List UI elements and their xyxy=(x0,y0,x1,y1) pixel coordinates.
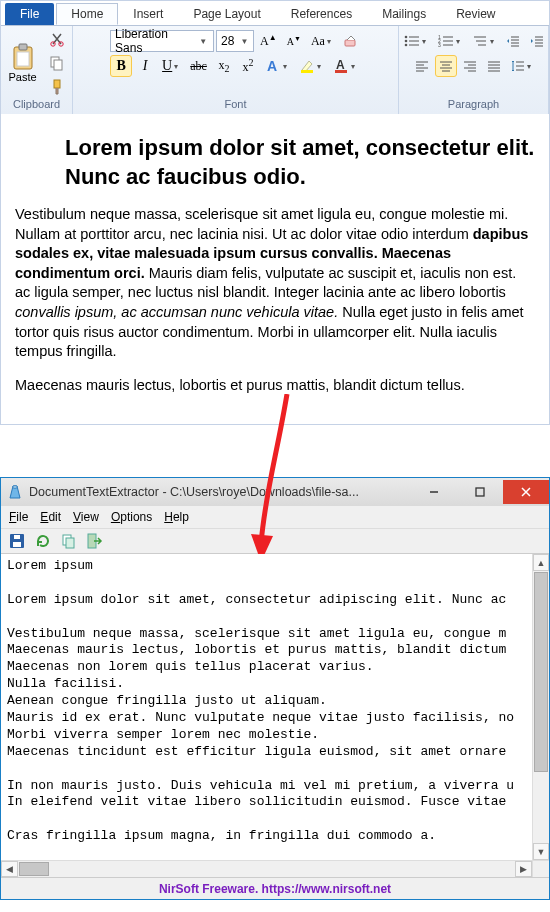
numbering-button[interactable]: 123▾ xyxy=(434,30,466,52)
scroll-right-button[interactable]: ▶ xyxy=(515,861,532,877)
menu-file[interactable]: File xyxy=(9,510,28,524)
maximize-button[interactable] xyxy=(457,480,503,504)
font-color-icon: A xyxy=(333,58,349,74)
copy-button[interactable] xyxy=(59,531,79,551)
floppy-icon xyxy=(9,533,25,549)
refresh-button[interactable] xyxy=(33,531,53,551)
shrink-font-button[interactable]: A▼ xyxy=(283,30,305,52)
save-button[interactable] xyxy=(7,531,27,551)
eraser-icon xyxy=(343,34,357,48)
svg-rect-2 xyxy=(17,52,29,66)
scroll-thumb[interactable] xyxy=(534,572,548,772)
svg-point-14 xyxy=(404,40,407,43)
status-bar: NirSoft Freeware. https://www.nirsoft.ne… xyxy=(1,877,549,899)
extracted-text-view[interactable]: Lorem ipsum Lorem ipsum dolor sit amet, … xyxy=(1,554,549,860)
clear-formatting-button[interactable] xyxy=(339,30,361,52)
multilevel-list-icon xyxy=(472,34,488,48)
highlighter-icon xyxy=(299,58,315,74)
svg-text:A: A xyxy=(267,58,277,74)
svg-rect-6 xyxy=(54,60,62,70)
line-spacing-button[interactable]: ▾ xyxy=(507,55,537,77)
align-left-button[interactable] xyxy=(411,55,433,77)
font-color-button[interactable]: A▾ xyxy=(329,55,361,77)
menu-options[interactable]: Options xyxy=(111,510,152,524)
text-effects-button[interactable]: A▾ xyxy=(261,55,293,77)
svg-rect-1 xyxy=(19,44,27,50)
cut-button[interactable] xyxy=(45,28,69,50)
tab-file[interactable]: File xyxy=(5,3,54,25)
copy-button[interactable] xyxy=(45,52,69,74)
menu-edit[interactable]: Edit xyxy=(40,510,61,524)
extractor-window: DocumentTextExtractor - C:\Users\roye\Do… xyxy=(0,477,550,900)
document-viewport[interactable]: Lorem ipsum dolor sit amet, consectetur … xyxy=(1,114,549,424)
tab-references[interactable]: References xyxy=(276,3,367,25)
svg-text:3: 3 xyxy=(438,42,441,48)
italic-button[interactable]: I xyxy=(134,55,156,77)
doc-title: Lorem ipsum dolor sit amet, consectetur … xyxy=(65,134,535,191)
tab-insert[interactable]: Insert xyxy=(118,3,178,25)
maximize-icon xyxy=(475,487,485,497)
grow-font-button[interactable]: A▲ xyxy=(256,30,281,52)
tab-review[interactable]: Review xyxy=(441,3,510,25)
highlight-button[interactable]: ▾ xyxy=(295,55,327,77)
subscript-button[interactable]: x2 xyxy=(213,55,235,77)
ribbon-tabs: File Home Insert Page Layout References … xyxy=(1,1,549,25)
increase-indent-button[interactable] xyxy=(526,30,548,52)
menu-view[interactable]: View xyxy=(73,510,99,524)
svg-rect-23 xyxy=(14,535,20,539)
align-right-icon xyxy=(463,59,477,73)
titlebar[interactable]: DocumentTextExtractor - C:\Users\roye\Do… xyxy=(1,478,549,506)
paste-button[interactable]: Paste xyxy=(5,35,41,91)
strikethrough-button[interactable]: abc xyxy=(186,55,211,77)
svg-rect-12 xyxy=(335,70,347,73)
hscroll-thumb[interactable] xyxy=(19,862,49,876)
word-window: File Home Insert Page Layout References … xyxy=(0,0,550,425)
tab-mailings[interactable]: Mailings xyxy=(367,3,441,25)
font-size-select[interactable]: 28 ▼ xyxy=(216,30,254,52)
tab-page-layout[interactable]: Page Layout xyxy=(178,3,275,25)
copy-icon xyxy=(61,533,77,549)
align-left-icon xyxy=(415,59,429,73)
close-button[interactable] xyxy=(503,480,549,504)
group-clipboard: Paste Clipboard xyxy=(1,26,73,114)
group-clipboard-label: Clipboard xyxy=(13,96,60,112)
align-justify-button[interactable] xyxy=(483,55,505,77)
decrease-indent-button[interactable] xyxy=(502,30,524,52)
scroll-up-button[interactable]: ▲ xyxy=(533,554,549,571)
svg-point-13 xyxy=(404,36,407,39)
group-font: Liberation Sans ▼ 28 ▼ A▲ A▼ Aa▾ B xyxy=(73,26,399,114)
align-right-button[interactable] xyxy=(459,55,481,77)
scroll-down-button[interactable]: ▼ xyxy=(533,843,549,860)
align-center-button[interactable] xyxy=(435,55,457,77)
app-icon xyxy=(7,484,23,500)
underline-button[interactable]: U▾ xyxy=(158,55,184,77)
vertical-scrollbar[interactable]: ▲ ▼ xyxy=(532,554,549,860)
bullets-button[interactable]: ▾ xyxy=(400,30,432,52)
number-list-icon: 123 xyxy=(438,34,454,48)
multilevel-list-button[interactable]: ▾ xyxy=(468,30,500,52)
change-case-button[interactable]: Aa▾ xyxy=(307,30,337,52)
svg-point-15 xyxy=(404,44,407,47)
align-center-icon xyxy=(439,59,453,73)
minimize-button[interactable] xyxy=(411,480,457,504)
indent-icon xyxy=(530,34,544,48)
font-size-value: 28 xyxy=(221,34,234,48)
bullet-list-icon xyxy=(404,34,420,48)
menu-help[interactable]: Help xyxy=(164,510,189,524)
tab-home[interactable]: Home xyxy=(56,3,118,25)
line-spacing-icon xyxy=(511,59,525,73)
format-painter-button[interactable] xyxy=(45,76,69,98)
copy-icon xyxy=(49,55,65,71)
menubar: File Edit View Options Help xyxy=(1,506,549,528)
bold-button[interactable]: B xyxy=(110,55,132,77)
outdent-icon xyxy=(506,34,520,48)
refresh-icon xyxy=(35,533,51,549)
svg-rect-10 xyxy=(301,70,313,73)
scroll-left-button[interactable]: ◀ xyxy=(1,861,18,877)
superscript-button[interactable]: x2 xyxy=(237,55,259,77)
exit-button[interactable] xyxy=(85,531,105,551)
group-paragraph: ▾ 123▾ ▾ ▾ Paragraph xyxy=(399,26,549,114)
horizontal-scrollbar[interactable]: ◀ ▶ xyxy=(1,860,549,877)
font-family-select[interactable]: Liberation Sans ▼ xyxy=(110,30,214,52)
ribbon: Paste Clipboard xyxy=(1,25,549,114)
